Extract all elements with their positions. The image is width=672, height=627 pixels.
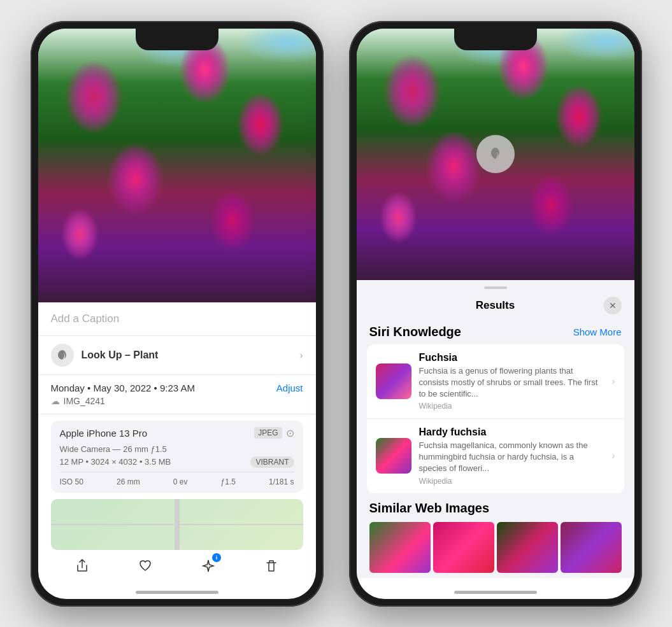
heart-button[interactable] [131, 552, 159, 580]
specs-text: 12 MP • 3024 × 4032 • 3.5 MB [60, 457, 171, 467]
phones-container: Add a Caption Look Up – Plant › Monday •… [31, 21, 642, 607]
left-phone-screen: Add a Caption Look Up – Plant › Monday •… [38, 29, 316, 599]
caption-placeholder[interactable]: Add a Caption [51, 313, 120, 325]
left-phone-frame: Add a Caption Look Up – Plant › Monday •… [31, 21, 324, 607]
similar-image-2[interactable] [433, 522, 494, 573]
trash-icon [264, 559, 278, 573]
exif-iso: ISO 50 [60, 477, 83, 486]
fuchsia-source: Wikipedia [419, 402, 604, 411]
similar-title: Similar Web Images [369, 501, 622, 516]
heart-icon [138, 559, 152, 573]
right-phone-frame: Results ✕ Siri Knowledge Show More [349, 21, 642, 607]
lookup-chevron: › [300, 350, 303, 360]
lookup-prefix: Look Up – [82, 349, 134, 360]
exif-row: ISO 50 26 mm 0 ev ƒ1.5 1/181 s [60, 472, 294, 486]
similar-image-4[interactable] [561, 522, 622, 573]
lookup-row[interactable]: Look Up – Plant › [38, 336, 316, 375]
camera-header: Apple iPhone 13 Pro JPEG ⊙ [60, 427, 294, 439]
filename-text: IMG_4241 [64, 396, 105, 406]
share-icon [75, 559, 89, 573]
fuchsia-thumbnail [376, 363, 411, 399]
adjust-button[interactable]: Adjust [276, 383, 303, 393]
siri-knowledge-title: Siri Knowledge [369, 325, 461, 339]
camera-specs: 12 MP • 3024 × 4032 • 3.5 MB VIBRANT [60, 456, 294, 468]
cloud-icon: ☁ [51, 396, 60, 406]
trash-button[interactable] [257, 552, 285, 580]
settings-icon[interactable]: ⊙ [286, 427, 294, 439]
show-more-button[interactable]: Show More [573, 327, 622, 337]
siri-badge [476, 135, 515, 173]
lookup-label: Look Up – Plant [82, 349, 292, 361]
hardy-thumbnail [376, 438, 411, 474]
right-phone-screen: Results ✕ Siri Knowledge Show More [357, 29, 634, 599]
lookup-value: Plant [133, 349, 158, 360]
leaf-icon [56, 349, 69, 362]
knowledge-item-fuchsia[interactable]: Fuchsia Fuchsia is a genus of flowering … [367, 344, 624, 419]
fuchsia-chevron: › [611, 376, 615, 387]
bottom-toolbar: i [38, 552, 316, 580]
knowledge-item-hardy[interactable]: Hardy fuchsia Fuchsia magellanica, commo… [367, 418, 624, 493]
date-text: Monday • May 30, 2022 • 9:23 AM [51, 383, 195, 393]
camera-name: Apple iPhone 13 Pro [60, 428, 148, 439]
info-section: Monday • May 30, 2022 • 9:23 AM Adjust ☁… [38, 375, 316, 414]
sheet-header: Results ✕ [357, 289, 634, 320]
jpeg-badge: JPEG [254, 427, 282, 439]
hardy-title: Hardy fuchsia [419, 426, 604, 438]
exif-focal: 26 mm [117, 477, 140, 486]
camera-section: Apple iPhone 13 Pro JPEG ⊙ Wide Camera —… [51, 421, 303, 493]
hardy-chevron: › [611, 450, 615, 461]
camera-badges: JPEG ⊙ [254, 427, 294, 439]
info-button[interactable]: i [194, 552, 222, 580]
similar-images [369, 522, 622, 573]
caption-area[interactable]: Add a Caption [38, 302, 316, 336]
siri-leaf-icon [487, 145, 504, 163]
close-button[interactable]: ✕ [604, 297, 622, 314]
similar-image-3[interactable] [497, 522, 558, 573]
filename-row: ☁ IMG_4241 [51, 396, 303, 406]
left-photo-area[interactable] [38, 29, 316, 302]
hardy-source: Wikipedia [419, 477, 604, 486]
results-sheet: Results ✕ Siri Knowledge Show More [357, 280, 634, 578]
map-background [51, 499, 303, 550]
exif-ev: 0 ev [173, 477, 188, 486]
vibrant-badge: VIBRANT [250, 456, 294, 468]
similar-image-1[interactable] [369, 522, 431, 573]
hardy-thumb-image [376, 438, 411, 474]
sheet-title: Results [387, 299, 604, 312]
map-area[interactable] [51, 499, 303, 550]
similar-section: Similar Web Images [357, 493, 634, 578]
share-button[interactable] [68, 552, 96, 580]
flower-background [38, 29, 316, 302]
right-notch [454, 29, 537, 50]
fuchsia-title: Fuchsia [419, 352, 604, 363]
fuchsia-content: Fuchsia Fuchsia is a genus of flowering … [419, 352, 604, 411]
home-bar [136, 591, 218, 594]
date-row: Monday • May 30, 2022 • 9:23 AM Adjust [51, 383, 303, 393]
hardy-content: Hardy fuchsia Fuchsia magellanica, commo… [419, 426, 604, 486]
siri-knowledge-header: Siri Knowledge Show More [357, 320, 634, 344]
notch [136, 29, 218, 50]
knowledge-card: Fuchsia Fuchsia is a genus of flowering … [367, 344, 624, 493]
right-photo-area[interactable] [357, 29, 634, 280]
fuchsia-description: Fuchsia is a genus of flowering plants t… [419, 365, 604, 400]
hardy-description: Fuchsia magellanica, commonly known as t… [419, 440, 604, 475]
exif-aperture: ƒ1.5 [221, 477, 236, 486]
camera-detail: Wide Camera — 26 mm ƒ1.5 [60, 444, 294, 454]
right-home-bar [454, 591, 537, 594]
info-badge: i [212, 553, 221, 562]
lookup-icon [51, 344, 74, 367]
fuchsia-thumb-image [376, 363, 411, 399]
exif-shutter: 1/181 s [269, 477, 294, 486]
